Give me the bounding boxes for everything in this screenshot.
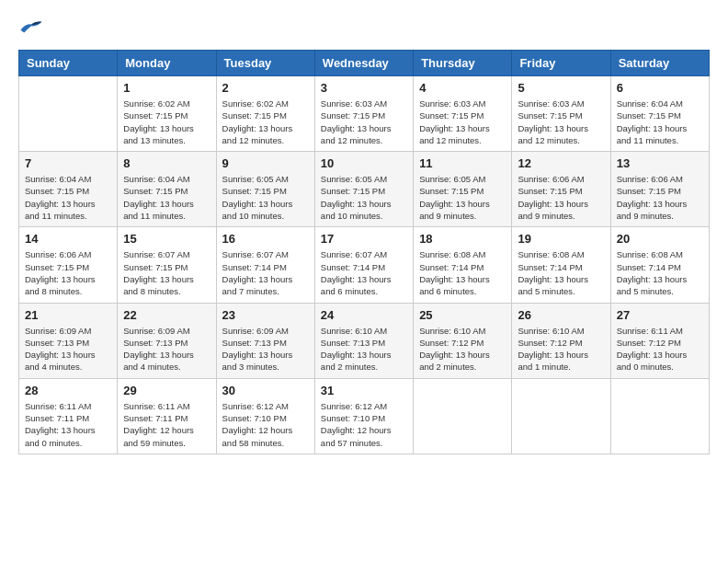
weekday-header-tuesday: Tuesday <box>216 51 314 76</box>
day-number: 13 <box>617 156 703 170</box>
weekday-header-wednesday: Wednesday <box>314 51 413 76</box>
calendar-cell: 19Sunrise: 6:08 AM Sunset: 7:14 PM Dayli… <box>512 227 610 303</box>
calendar-cell: 5Sunrise: 6:03 AM Sunset: 7:15 PM Daylig… <box>512 76 610 152</box>
weekday-header-monday: Monday <box>118 51 216 76</box>
day-info: Sunrise: 6:05 AM Sunset: 7:15 PM Dayligh… <box>222 173 309 222</box>
calendar-cell: 27Sunrise: 6:11 AM Sunset: 7:12 PM Dayli… <box>610 303 709 378</box>
day-info: Sunrise: 6:09 AM Sunset: 7:13 PM Dayligh… <box>123 325 210 373</box>
calendar-cell: 25Sunrise: 6:10 AM Sunset: 7:12 PM Dayli… <box>414 303 512 378</box>
day-number: 22 <box>123 308 210 322</box>
day-info: Sunrise: 6:02 AM Sunset: 7:15 PM Dayligh… <box>123 98 210 146</box>
calendar-cell: 12Sunrise: 6:06 AM Sunset: 7:15 PM Dayli… <box>512 152 610 227</box>
calendar-cell: 22Sunrise: 6:09 AM Sunset: 7:13 PM Dayli… <box>118 303 216 378</box>
day-number: 10 <box>321 156 407 170</box>
calendar-cell: 24Sunrise: 6:10 AM Sunset: 7:13 PM Dayli… <box>314 303 413 378</box>
day-number: 1 <box>123 81 210 95</box>
calendar-cell: 18Sunrise: 6:08 AM Sunset: 7:14 PM Dayli… <box>414 227 512 303</box>
weekday-header-friday: Friday <box>512 51 610 76</box>
day-number: 28 <box>25 384 111 397</box>
calendar-cell <box>414 378 512 454</box>
logo-icon <box>18 18 44 35</box>
day-info: Sunrise: 6:08 AM Sunset: 7:14 PM Dayligh… <box>518 248 604 297</box>
day-info: Sunrise: 6:06 AM Sunset: 7:15 PM Dayligh… <box>25 248 111 297</box>
calendar-cell: 21Sunrise: 6:09 AM Sunset: 7:13 PM Dayli… <box>19 303 118 378</box>
day-number: 27 <box>617 308 703 322</box>
day-number: 5 <box>518 81 604 95</box>
day-number: 12 <box>518 156 604 170</box>
day-number: 26 <box>518 308 604 322</box>
calendar-cell: 14Sunrise: 6:06 AM Sunset: 7:15 PM Dayli… <box>19 227 118 303</box>
calendar-table: SundayMondayTuesdayWednesdayThursdayFrid… <box>18 50 710 454</box>
day-number: 24 <box>321 308 407 322</box>
day-info: Sunrise: 6:06 AM Sunset: 7:15 PM Dayligh… <box>617 173 703 222</box>
calendar-cell: 28Sunrise: 6:11 AM Sunset: 7:11 PM Dayli… <box>19 378 118 454</box>
day-info: Sunrise: 6:09 AM Sunset: 7:13 PM Dayligh… <box>222 325 309 373</box>
page-header <box>18 18 710 35</box>
calendar-cell: 20Sunrise: 6:08 AM Sunset: 7:14 PM Dayli… <box>610 227 709 303</box>
day-info: Sunrise: 6:10 AM Sunset: 7:12 PM Dayligh… <box>419 325 506 373</box>
day-number: 3 <box>321 81 407 95</box>
day-number: 18 <box>419 232 506 246</box>
day-info: Sunrise: 6:10 AM Sunset: 7:13 PM Dayligh… <box>321 325 407 373</box>
calendar-cell: 9Sunrise: 6:05 AM Sunset: 7:15 PM Daylig… <box>216 152 314 227</box>
day-info: Sunrise: 6:11 AM Sunset: 7:11 PM Dayligh… <box>123 400 210 449</box>
day-info: Sunrise: 6:03 AM Sunset: 7:15 PM Dayligh… <box>518 98 604 146</box>
day-number: 4 <box>419 81 506 95</box>
day-number: 14 <box>25 232 111 246</box>
calendar-cell: 16Sunrise: 6:07 AM Sunset: 7:14 PM Dayli… <box>216 227 314 303</box>
day-info: Sunrise: 6:05 AM Sunset: 7:15 PM Dayligh… <box>419 173 506 222</box>
calendar-cell <box>512 378 610 454</box>
calendar-cell: 13Sunrise: 6:06 AM Sunset: 7:15 PM Dayli… <box>610 152 709 227</box>
day-number: 31 <box>321 384 407 397</box>
calendar-cell: 7Sunrise: 6:04 AM Sunset: 7:15 PM Daylig… <box>19 152 118 227</box>
calendar-cell: 4Sunrise: 6:03 AM Sunset: 7:15 PM Daylig… <box>414 76 512 152</box>
calendar-cell: 15Sunrise: 6:07 AM Sunset: 7:15 PM Dayli… <box>118 227 216 303</box>
calendar-cell: 2Sunrise: 6:02 AM Sunset: 7:15 PM Daylig… <box>216 76 314 152</box>
calendar-cell: 3Sunrise: 6:03 AM Sunset: 7:15 PM Daylig… <box>314 76 413 152</box>
day-info: Sunrise: 6:11 AM Sunset: 7:12 PM Dayligh… <box>617 325 703 373</box>
day-number: 23 <box>222 308 309 322</box>
weekday-header-sunday: Sunday <box>19 51 118 76</box>
day-number: 16 <box>222 232 309 246</box>
day-number: 11 <box>419 156 506 170</box>
calendar-week-1: 1Sunrise: 6:02 AM Sunset: 7:15 PM Daylig… <box>19 76 710 152</box>
day-info: Sunrise: 6:11 AM Sunset: 7:11 PM Dayligh… <box>25 400 111 449</box>
day-info: Sunrise: 6:04 AM Sunset: 7:15 PM Dayligh… <box>617 98 703 146</box>
day-info: Sunrise: 6:09 AM Sunset: 7:13 PM Dayligh… <box>25 325 111 373</box>
day-number: 9 <box>222 156 309 170</box>
calendar-week-2: 7Sunrise: 6:04 AM Sunset: 7:15 PM Daylig… <box>19 152 710 227</box>
logo <box>18 18 48 35</box>
weekday-header-thursday: Thursday <box>414 51 512 76</box>
day-number: 20 <box>617 232 703 246</box>
day-info: Sunrise: 6:02 AM Sunset: 7:15 PM Dayligh… <box>222 98 309 146</box>
day-number: 15 <box>123 232 210 246</box>
calendar-cell: 8Sunrise: 6:04 AM Sunset: 7:15 PM Daylig… <box>118 152 216 227</box>
calendar-week-4: 21Sunrise: 6:09 AM Sunset: 7:13 PM Dayli… <box>19 303 710 378</box>
day-info: Sunrise: 6:04 AM Sunset: 7:15 PM Dayligh… <box>25 173 111 222</box>
calendar-cell: 23Sunrise: 6:09 AM Sunset: 7:13 PM Dayli… <box>216 303 314 378</box>
day-info: Sunrise: 6:03 AM Sunset: 7:15 PM Dayligh… <box>419 98 506 146</box>
calendar-cell: 11Sunrise: 6:05 AM Sunset: 7:15 PM Dayli… <box>414 152 512 227</box>
day-info: Sunrise: 6:08 AM Sunset: 7:14 PM Dayligh… <box>419 248 506 297</box>
calendar-week-5: 28Sunrise: 6:11 AM Sunset: 7:11 PM Dayli… <box>19 378 710 454</box>
calendar-cell <box>19 76 118 152</box>
day-number: 25 <box>419 308 506 322</box>
day-info: Sunrise: 6:07 AM Sunset: 7:14 PM Dayligh… <box>222 248 309 297</box>
day-number: 7 <box>25 156 111 170</box>
calendar-cell: 29Sunrise: 6:11 AM Sunset: 7:11 PM Dayli… <box>118 378 216 454</box>
day-number: 8 <box>123 156 210 170</box>
day-number: 19 <box>518 232 604 246</box>
calendar-cell: 31Sunrise: 6:12 AM Sunset: 7:10 PM Dayli… <box>314 378 413 454</box>
calendar-cell: 1Sunrise: 6:02 AM Sunset: 7:15 PM Daylig… <box>118 76 216 152</box>
day-number: 2 <box>222 81 309 95</box>
day-number: 21 <box>25 308 111 322</box>
calendar-cell: 6Sunrise: 6:04 AM Sunset: 7:15 PM Daylig… <box>610 76 709 152</box>
day-info: Sunrise: 6:06 AM Sunset: 7:15 PM Dayligh… <box>518 173 604 222</box>
day-info: Sunrise: 6:12 AM Sunset: 7:10 PM Dayligh… <box>222 400 309 449</box>
day-number: 17 <box>321 232 407 246</box>
day-info: Sunrise: 6:10 AM Sunset: 7:12 PM Dayligh… <box>518 325 604 373</box>
calendar-cell: 30Sunrise: 6:12 AM Sunset: 7:10 PM Dayli… <box>216 378 314 454</box>
day-info: Sunrise: 6:03 AM Sunset: 7:15 PM Dayligh… <box>321 98 407 146</box>
weekday-header-saturday: Saturday <box>610 51 709 76</box>
calendar-cell: 17Sunrise: 6:07 AM Sunset: 7:14 PM Dayli… <box>314 227 413 303</box>
